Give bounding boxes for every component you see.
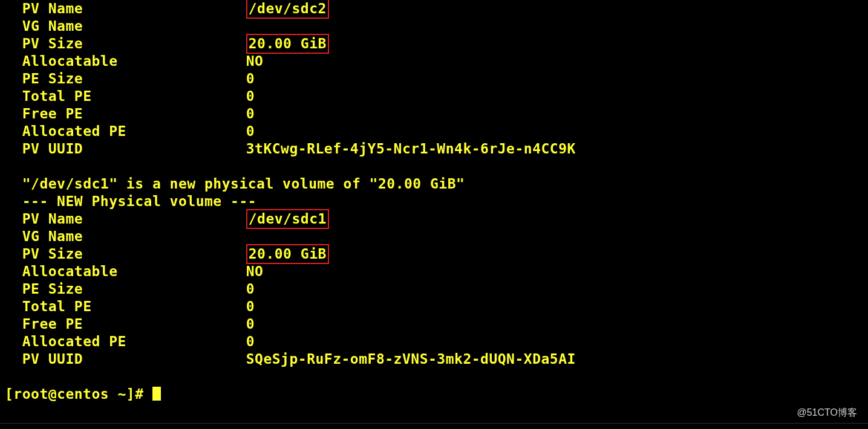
field-label: Total PE bbox=[22, 88, 246, 105]
field-value: 0 bbox=[246, 88, 255, 105]
field-value: 0 bbox=[246, 280, 255, 298]
section-header: --- NEW Physical volume --- bbox=[22, 193, 256, 209]
pv2-alloc-row: AllocatableNO bbox=[5, 263, 868, 280]
pv2-freepe-row: Free PE0 bbox=[5, 315, 868, 333]
pv2-header: --- NEW Physical volume --- bbox=[5, 193, 868, 210]
pv1-name-row: PV Name/dev/sdc2 bbox=[5, 0, 868, 18]
field-label: Allocated PE bbox=[22, 123, 246, 140]
message-text: "/dev/sdc1" is a new physical volume of … bbox=[22, 176, 465, 192]
field-value-boxed: /dev/sdc2 bbox=[246, 0, 329, 19]
field-label: Free PE bbox=[22, 105, 246, 123]
field-value: 0 bbox=[246, 298, 255, 315]
pv2-allocpe-row: Allocated PE0 bbox=[5, 333, 868, 350]
pv1-size-row: PV Size20.00 GiB bbox=[5, 35, 868, 53]
pv1-freepe-row: Free PE0 bbox=[5, 105, 868, 123]
field-label: Total PE bbox=[22, 298, 246, 315]
field-value: NO bbox=[246, 53, 264, 70]
field-label: VG Name bbox=[22, 18, 246, 35]
pv1-vg-row: VG Name bbox=[5, 18, 868, 35]
pv2-name-row: PV Name/dev/sdc1 bbox=[5, 210, 868, 228]
field-label: Allocatable bbox=[22, 53, 246, 70]
pv1-alloc-row: AllocatableNO bbox=[5, 53, 868, 70]
pv1-allocpe-row: Allocated PE0 bbox=[5, 123, 868, 140]
field-label: PV UUID bbox=[22, 350, 246, 368]
pv2-uuid-row: PV UUIDSQeSjp-RuFz-omF8-zVNS-3mk2-dUQN-X… bbox=[5, 350, 868, 368]
pv2-totalpe-row: Total PE0 bbox=[5, 298, 868, 315]
field-label: Free PE bbox=[22, 315, 246, 333]
blank-line bbox=[5, 158, 868, 175]
field-value: 0 bbox=[246, 123, 255, 140]
watermark-text: @51CTO博客 bbox=[797, 407, 857, 419]
shell-prompt: [root@centos ~]# bbox=[5, 386, 152, 402]
field-value: 0 bbox=[246, 315, 255, 333]
bottom-divider bbox=[0, 423, 868, 424]
field-value: 0 bbox=[246, 333, 255, 350]
field-value: NO bbox=[246, 263, 264, 280]
blank-line bbox=[5, 368, 868, 385]
field-label: PV Size bbox=[22, 245, 246, 263]
cursor-icon bbox=[152, 387, 161, 401]
pv1-uuid-row: PV UUID3tKCwg-RLef-4jY5-Ncr1-Wn4k-6rJe-n… bbox=[5, 140, 868, 158]
pv2-pesize-row: PE Size0 bbox=[5, 280, 868, 298]
field-value: 0 bbox=[246, 105, 255, 123]
field-label: PV Name bbox=[22, 210, 246, 228]
field-label: Allocated PE bbox=[22, 333, 246, 350]
field-label: PE Size bbox=[22, 70, 246, 88]
terminal-output[interactable]: PV Name/dev/sdc2 VG Name PV Size20.00 Gi… bbox=[0, 0, 868, 403]
field-label: Allocatable bbox=[22, 263, 246, 280]
shell-prompt-line[interactable]: [root@centos ~]# bbox=[5, 385, 868, 403]
field-label: PV Size bbox=[22, 35, 246, 53]
field-value: 3tKCwg-RLef-4jY5-Ncr1-Wn4k-6rJe-n4CC9K bbox=[246, 140, 576, 158]
field-value: 0 bbox=[246, 70, 255, 88]
pv2-vg-row: VG Name bbox=[5, 228, 868, 245]
field-value: SQeSjp-RuFz-omF8-zVNS-3mk2-dUQN-XDa5AI bbox=[246, 350, 576, 368]
pv1-pesize-row: PE Size0 bbox=[5, 70, 868, 88]
pv2-size-row: PV Size20.00 GiB bbox=[5, 245, 868, 263]
field-label: PE Size bbox=[22, 280, 246, 298]
field-label: PV UUID bbox=[22, 140, 246, 158]
field-label: PV Name bbox=[22, 0, 246, 18]
field-label: VG Name bbox=[22, 228, 246, 245]
pv1-totalpe-row: Total PE0 bbox=[5, 88, 868, 105]
field-value-boxed: 20.00 GiB bbox=[246, 34, 329, 54]
field-value-boxed: /dev/sdc1 bbox=[246, 209, 329, 229]
pv2-message: "/dev/sdc1" is a new physical volume of … bbox=[5, 175, 868, 193]
field-value-boxed: 20.00 GiB bbox=[246, 244, 329, 264]
